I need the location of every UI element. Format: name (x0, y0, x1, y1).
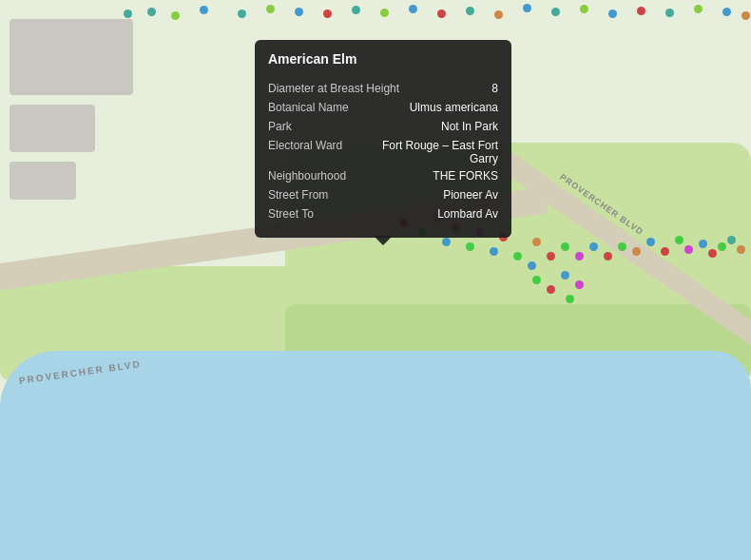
popup-rows: Diameter at Breast Height8Botanical Name… (268, 80, 498, 224)
tree-dot (741, 11, 750, 20)
popup-row: Street FromPioneer Av (268, 186, 498, 205)
tree-dot (661, 247, 669, 256)
tree-dot (124, 10, 132, 18)
popup-row-label: Street To (268, 207, 363, 221)
tree-dot (547, 252, 555, 261)
tree-dot (551, 8, 560, 16)
tree-dot (147, 8, 156, 16)
tree-dot (618, 242, 626, 251)
tree-dot (566, 295, 574, 303)
tree-dot (718, 242, 726, 251)
tree-dot (490, 247, 498, 256)
popup-row-value: Pioneer Av (363, 188, 498, 202)
popup-row: ParkNot In Park (268, 118, 498, 137)
tree-dot (604, 252, 612, 261)
tree-dot (694, 5, 703, 13)
tree-dot (171, 11, 180, 20)
tree-dot (380, 9, 389, 17)
popup-row-label: Diameter at Breast Height (268, 82, 399, 95)
popup-row-value: Lombard Av (363, 207, 498, 221)
tree-dot (575, 252, 584, 261)
popup-row-label: Electoral Ward (268, 139, 363, 152)
tree-dot (737, 245, 745, 254)
popup-row-label: Neighbourhood (268, 169, 363, 183)
popup-row-value: 8 (399, 82, 498, 95)
tree-dot (722, 8, 731, 16)
tree-dot (637, 7, 645, 15)
popup-row: Electoral WardFort Rouge – East Fort Gar… (268, 137, 498, 167)
tree-popup: American Elm Diameter at Breast Height8B… (255, 40, 511, 238)
map-building-3 (10, 162, 76, 200)
tree-dot (665, 9, 674, 17)
tree-dot (266, 5, 275, 13)
tree-dot (523, 4, 531, 12)
tree-dot (547, 285, 555, 294)
tree-dot (494, 10, 503, 19)
tree-dot (646, 238, 655, 246)
tree-dot (708, 249, 717, 258)
tree-dot (632, 247, 641, 256)
map-building-1 (10, 19, 133, 95)
popup-row: Street ToLombard Av (268, 205, 498, 224)
tree-dot (608, 10, 617, 18)
tree-dot (352, 6, 360, 14)
tree-dot (575, 280, 584, 289)
tree-dot (727, 236, 736, 244)
tree-dot (589, 242, 598, 251)
popup-row: NeighbourhoodTHE FORKS (268, 167, 498, 186)
map-container: PROVERCHER BLVD PROVERCHER BLVD American… (0, 0, 751, 560)
popup-row-label: Park (268, 120, 363, 133)
map-building-2 (10, 105, 95, 152)
map-river (0, 351, 751, 560)
tree-dot (532, 238, 541, 246)
tree-dot (442, 238, 451, 246)
tree-dot (466, 7, 474, 15)
tree-dot (409, 5, 417, 13)
tree-dot (699, 240, 707, 248)
popup-row: Botanical NameUlmus americana (268, 99, 498, 118)
popup-row-label: Street From (268, 188, 363, 202)
tree-dot (580, 5, 588, 13)
tree-dot (323, 10, 332, 18)
tree-dot (437, 10, 446, 18)
tree-dot (528, 261, 536, 270)
tree-dot (561, 271, 569, 280)
tree-dot (675, 236, 684, 244)
popup-row-value: THE FORKS (363, 169, 498, 183)
popup-row-label: Botanical Name (268, 101, 363, 114)
tree-dot (684, 245, 693, 254)
tree-dot (532, 276, 541, 284)
tree-dot (466, 242, 474, 251)
popup-row-value: Ulmus americana (363, 101, 498, 114)
popup-row: Diameter at Breast Height8 (268, 80, 498, 99)
tree-dot (513, 252, 522, 261)
popup-row-value: Not In Park (363, 120, 498, 133)
tree-dot (200, 6, 208, 14)
tree-dot (295, 8, 303, 16)
popup-title: American Elm (268, 51, 498, 72)
popup-row-value: Fort Rouge – East Fort Garry (363, 139, 498, 165)
tree-dot (238, 10, 246, 18)
tree-dot (561, 242, 569, 251)
